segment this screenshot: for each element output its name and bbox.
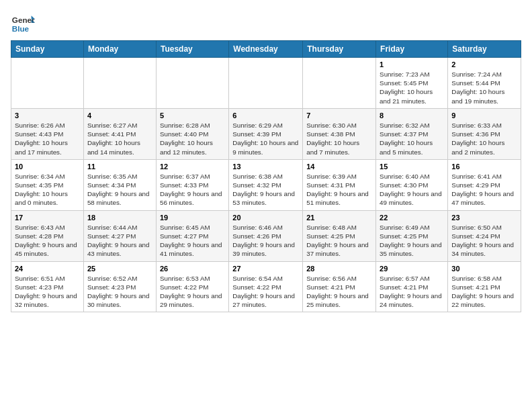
day-info: Sunrise: 6:26 AMSunset: 4:43 PMDaylight:…: [15, 121, 80, 156]
header: General Blue: [11, 11, 521, 35]
day-cell: 30Sunrise: 6:58 AMSunset: 4:21 PMDayligh…: [448, 261, 521, 312]
day-info: Sunrise: 6:56 AMSunset: 4:21 PMDaylight:…: [306, 274, 372, 310]
day-cell: [83, 58, 156, 109]
logo: General Blue: [11, 11, 35, 35]
day-info: Sunrise: 6:28 AMSunset: 4:40 PMDaylight:…: [160, 121, 225, 156]
day-cell: 5Sunrise: 6:28 AMSunset: 4:40 PMDaylight…: [156, 108, 228, 159]
day-info: Sunrise: 6:48 AMSunset: 4:25 PMDaylight:…: [306, 223, 372, 259]
col-header-thursday: Thursday: [303, 41, 376, 58]
day-cell: 14Sunrise: 6:39 AMSunset: 4:31 PMDayligh…: [303, 159, 376, 210]
day-cell: 13Sunrise: 6:38 AMSunset: 4:32 PMDayligh…: [229, 159, 303, 210]
day-number: 18: [87, 214, 152, 222]
day-cell: 26Sunrise: 6:53 AMSunset: 4:22 PMDayligh…: [156, 261, 228, 312]
col-header-wednesday: Wednesday: [229, 41, 303, 58]
day-cell: 19Sunrise: 6:45 AMSunset: 4:27 PMDayligh…: [156, 210, 228, 261]
day-number: 4: [87, 111, 152, 120]
day-number: 25: [87, 265, 152, 273]
day-number: 23: [451, 214, 517, 222]
day-number: 27: [232, 265, 299, 273]
day-number: 13: [232, 163, 299, 171]
day-cell: 12Sunrise: 6:37 AMSunset: 4:33 PMDayligh…: [156, 159, 228, 210]
calendar-table: SundayMondayTuesdayWednesdayThursdayFrid…: [11, 40, 521, 312]
day-number: 3: [15, 111, 80, 120]
day-info: Sunrise: 6:33 AMSunset: 4:36 PMDaylight:…: [451, 121, 517, 156]
day-number: 30: [451, 265, 517, 273]
day-number: 11: [87, 163, 152, 171]
day-number: 6: [232, 111, 299, 120]
day-number: 20: [232, 214, 299, 222]
day-cell: 29Sunrise: 6:57 AMSunset: 4:21 PMDayligh…: [376, 261, 448, 312]
day-info: Sunrise: 6:57 AMSunset: 4:21 PMDaylight:…: [380, 274, 444, 310]
day-cell: 6Sunrise: 6:29 AMSunset: 4:39 PMDaylight…: [229, 108, 303, 159]
day-cell: [156, 58, 228, 109]
day-cell: 9Sunrise: 6:33 AMSunset: 4:36 PMDaylight…: [448, 108, 521, 159]
header-row: SundayMondayTuesdayWednesdayThursdayFrid…: [11, 41, 521, 58]
day-cell: [11, 58, 84, 109]
day-cell: 11Sunrise: 6:35 AMSunset: 4:34 PMDayligh…: [83, 159, 156, 210]
day-cell: 10Sunrise: 6:34 AMSunset: 4:35 PMDayligh…: [11, 159, 84, 210]
day-cell: 28Sunrise: 6:56 AMSunset: 4:21 PMDayligh…: [303, 261, 376, 312]
day-info: Sunrise: 6:27 AMSunset: 4:41 PMDaylight:…: [87, 121, 152, 156]
day-cell: 22Sunrise: 6:49 AMSunset: 4:25 PMDayligh…: [376, 210, 448, 261]
day-number: 14: [306, 163, 372, 171]
logo-icon: General Blue: [11, 11, 35, 35]
day-cell: 25Sunrise: 6:52 AMSunset: 4:23 PMDayligh…: [83, 261, 156, 312]
day-cell: 18Sunrise: 6:44 AMSunset: 4:27 PMDayligh…: [83, 210, 156, 261]
day-number: 8: [380, 111, 444, 120]
day-cell: 17Sunrise: 6:43 AMSunset: 4:28 PMDayligh…: [11, 210, 84, 261]
day-info: Sunrise: 6:37 AMSunset: 4:33 PMDaylight:…: [160, 172, 225, 208]
day-info: Sunrise: 6:39 AMSunset: 4:31 PMDaylight:…: [306, 172, 372, 208]
day-info: Sunrise: 6:44 AMSunset: 4:27 PMDaylight:…: [87, 223, 152, 259]
day-info: Sunrise: 6:46 AMSunset: 4:26 PMDaylight:…: [232, 223, 299, 259]
day-cell: 1Sunrise: 7:23 AMSunset: 5:45 PMDaylight…: [376, 58, 448, 109]
day-info: Sunrise: 6:58 AMSunset: 4:21 PMDaylight:…: [451, 274, 517, 310]
day-number: 12: [160, 163, 225, 171]
day-info: Sunrise: 6:49 AMSunset: 4:25 PMDaylight:…: [380, 223, 444, 259]
week-row-4: 17Sunrise: 6:43 AMSunset: 4:28 PMDayligh…: [11, 210, 521, 261]
week-row-5: 24Sunrise: 6:51 AMSunset: 4:23 PMDayligh…: [11, 261, 521, 312]
day-number: 19: [160, 214, 225, 222]
day-info: Sunrise: 6:53 AMSunset: 4:22 PMDaylight:…: [160, 274, 225, 310]
day-cell: 16Sunrise: 6:41 AMSunset: 4:29 PMDayligh…: [448, 159, 521, 210]
day-cell: 21Sunrise: 6:48 AMSunset: 4:25 PMDayligh…: [303, 210, 376, 261]
day-info: Sunrise: 7:24 AMSunset: 5:44 PMDaylight:…: [451, 70, 517, 105]
day-number: 22: [380, 214, 444, 222]
col-header-tuesday: Tuesday: [156, 41, 228, 58]
day-info: Sunrise: 6:38 AMSunset: 4:32 PMDaylight:…: [232, 172, 299, 208]
day-number: 26: [160, 265, 225, 273]
day-number: 16: [451, 163, 517, 171]
week-row-2: 3Sunrise: 6:26 AMSunset: 4:43 PMDaylight…: [11, 108, 521, 159]
week-row-1: 1Sunrise: 7:23 AMSunset: 5:45 PMDaylight…: [11, 58, 521, 109]
day-cell: 24Sunrise: 6:51 AMSunset: 4:23 PMDayligh…: [11, 261, 84, 312]
day-number: 9: [451, 111, 517, 120]
day-number: 29: [380, 265, 444, 273]
day-cell: 27Sunrise: 6:54 AMSunset: 4:22 PMDayligh…: [229, 261, 303, 312]
day-cell: 20Sunrise: 6:46 AMSunset: 4:26 PMDayligh…: [229, 210, 303, 261]
day-info: Sunrise: 6:34 AMSunset: 4:35 PMDaylight:…: [15, 172, 80, 208]
day-number: 10: [15, 163, 80, 171]
day-info: Sunrise: 6:32 AMSunset: 4:37 PMDaylight:…: [380, 121, 444, 156]
day-number: 7: [306, 111, 372, 120]
day-cell: 2Sunrise: 7:24 AMSunset: 5:44 PMDaylight…: [448, 58, 521, 109]
day-info: Sunrise: 6:50 AMSunset: 4:24 PMDaylight:…: [451, 223, 517, 259]
day-number: 15: [380, 163, 444, 171]
day-info: Sunrise: 6:40 AMSunset: 4:30 PMDaylight:…: [380, 172, 444, 208]
day-info: Sunrise: 6:35 AMSunset: 4:34 PMDaylight:…: [87, 172, 152, 208]
day-cell: 8Sunrise: 6:32 AMSunset: 4:37 PMDaylight…: [376, 108, 448, 159]
col-header-friday: Friday: [376, 41, 448, 58]
col-header-saturday: Saturday: [448, 41, 521, 58]
day-cell: [229, 58, 303, 109]
day-info: Sunrise: 6:41 AMSunset: 4:29 PMDaylight:…: [451, 172, 517, 208]
day-cell: 15Sunrise: 6:40 AMSunset: 4:30 PMDayligh…: [376, 159, 448, 210]
day-number: 24: [15, 265, 80, 273]
day-number: 28: [306, 265, 372, 273]
day-number: 5: [160, 111, 225, 120]
day-info: Sunrise: 6:43 AMSunset: 4:28 PMDaylight:…: [15, 223, 80, 259]
day-number: 17: [15, 214, 80, 222]
day-info: Sunrise: 6:52 AMSunset: 4:23 PMDaylight:…: [87, 274, 152, 310]
day-info: Sunrise: 6:51 AMSunset: 4:23 PMDaylight:…: [15, 274, 80, 310]
day-number: 1: [380, 60, 444, 68]
day-cell: 23Sunrise: 6:50 AMSunset: 4:24 PMDayligh…: [448, 210, 521, 261]
day-cell: 7Sunrise: 6:30 AMSunset: 4:38 PMDaylight…: [303, 108, 376, 159]
day-info: Sunrise: 6:54 AMSunset: 4:22 PMDaylight:…: [232, 274, 299, 310]
